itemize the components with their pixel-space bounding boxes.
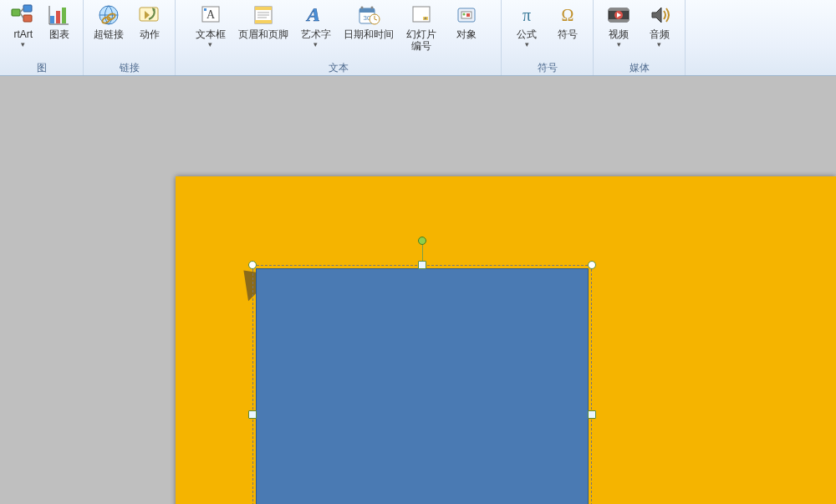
svg-point-24 (360, 7, 363, 9)
ribbon-group-symbols: π 公式 ▾ Ω 符号 符号 (502, 0, 594, 75)
svg-rect-1 (23, 5, 32, 12)
ribbon-group-empty (686, 0, 836, 75)
equation-button[interactable]: π 公式 ▾ (507, 0, 548, 48)
svg-text:π: π (522, 6, 531, 24)
svg-rect-5 (62, 8, 66, 23)
dropdown-indicator: ▾ (208, 40, 212, 48)
svg-rect-23 (359, 8, 375, 13)
wordart-icon: A (303, 2, 329, 28)
slide-number-label: 幻灯片 编号 (406, 28, 436, 52)
date-time-icon: 30 (357, 2, 380, 28)
ribbon: rtArt ▾ 图表 图 超链接 (0, 0, 836, 76)
ribbon-group-label: 图 (0, 60, 83, 75)
dropdown-indicator: ▾ (657, 40, 661, 48)
svg-rect-16 (255, 7, 272, 10)
object-label: 对象 (456, 28, 477, 40)
textbox-label: 文本框 (196, 28, 226, 40)
date-time-label: 日期和时间 (344, 28, 394, 40)
rotation-handle[interactable] (418, 237, 426, 245)
dropdown-indicator: ▾ (617, 40, 621, 48)
chart-button[interactable]: 图表 (42, 0, 79, 40)
dropdown-indicator: ▾ (21, 40, 25, 48)
ribbon-group-label: 媒体 (594, 60, 685, 75)
svg-rect-39 (609, 19, 629, 22)
equation-icon: π (515, 2, 538, 28)
smartart-label: rtArt (13, 28, 33, 40)
header-footer-button[interactable]: 页眉和页脚 (233, 0, 293, 40)
audio-label: 音频 (650, 28, 670, 40)
resize-handle-top[interactable] (418, 261, 426, 269)
svg-rect-17 (255, 20, 272, 23)
slide[interactable] (176, 176, 836, 504)
ribbon-group-text: A 文本框 ▾ 页眉和页脚 A 艺术字 ▾ 30 (176, 0, 502, 75)
resize-handle-top-right[interactable] (588, 261, 596, 269)
date-time-button[interactable]: 30 日期和时间 (339, 0, 399, 40)
slide-number-button[interactable]: # 幻灯片 编号 (399, 0, 444, 52)
svg-rect-3 (50, 16, 54, 23)
symbol-label: 符号 (558, 28, 578, 40)
hyperlink-label: 超链接 (94, 28, 124, 40)
symbol-icon: Ω (556, 2, 579, 28)
svg-text:A: A (206, 8, 215, 21)
equation-label: 公式 (517, 28, 537, 40)
object-icon (455, 2, 478, 28)
slide-number-icon: # (410, 2, 433, 28)
ribbon-group-links: 超链接 动作 链接 (84, 0, 176, 75)
header-footer-label: 页眉和页脚 (238, 28, 288, 40)
ribbon-group-media: 视频 ▾ 音频 ▾ 媒体 (594, 0, 686, 75)
symbol-button[interactable]: Ω 符号 (548, 0, 589, 40)
dropdown-indicator: ▾ (314, 40, 318, 48)
action-label: 动作 (140, 28, 160, 40)
textbox-icon: A (199, 2, 222, 28)
svg-point-25 (370, 7, 373, 9)
video-label: 视频 (609, 28, 629, 40)
svg-rect-0 (12, 9, 20, 16)
wordart-button[interactable]: A 艺术字 ▾ (293, 0, 339, 48)
ribbon-group-label: 文本 (176, 60, 501, 75)
hyperlink-button[interactable]: 超链接 (89, 0, 130, 40)
svg-marker-42 (652, 8, 661, 23)
svg-rect-4 (56, 11, 60, 23)
audio-button[interactable]: 音频 ▾ (640, 0, 681, 48)
svg-rect-34 (466, 13, 470, 17)
svg-point-33 (462, 13, 465, 16)
smartart-button[interactable]: rtArt ▾ (5, 0, 42, 48)
audio-icon (648, 2, 671, 28)
ribbon-group-label: 符号 (502, 60, 593, 75)
video-button[interactable]: 视频 ▾ (599, 0, 640, 48)
object-button[interactable]: 对象 (444, 0, 489, 40)
hyperlink-icon (96, 2, 121, 28)
action-button[interactable]: 动作 (130, 0, 171, 40)
resize-handle-top-left[interactable] (248, 261, 257, 269)
resize-handle-left[interactable] (248, 410, 257, 419)
textbox-button[interactable]: A 文本框 ▾ (188, 0, 233, 48)
dropdown-indicator: ▾ (525, 40, 529, 48)
ribbon-group-label: 链接 (84, 60, 175, 75)
chart-label: 图表 (49, 28, 69, 40)
svg-rect-2 (23, 15, 32, 22)
ribbon-group-illustrations: rtArt ▾ 图表 图 (0, 0, 84, 75)
svg-text:A: A (304, 4, 322, 25)
svg-rect-14 (204, 8, 206, 11)
workspace (0, 76, 836, 504)
header-footer-icon (252, 2, 275, 28)
action-icon (137, 2, 162, 28)
selected-shape-rectangle[interactable] (256, 268, 589, 504)
chart-icon (48, 2, 71, 28)
svg-rect-38 (609, 8, 629, 11)
smartart-icon (11, 2, 36, 28)
resize-handle-right[interactable] (588, 410, 596, 419)
video-icon (606, 2, 631, 28)
wordart-label: 艺术字 (301, 28, 331, 40)
svg-text:Ω: Ω (561, 6, 573, 24)
